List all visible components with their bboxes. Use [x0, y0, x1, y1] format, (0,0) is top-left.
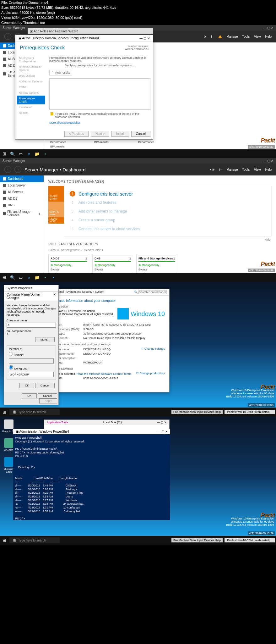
license-terms-link[interactable]: Read the Microsoft Software License Term… [77, 372, 131, 375]
nav-prereq-check[interactable]: Prerequisites Check [17, 96, 45, 104]
step-1[interactable]: 1Configure this local server [70, 189, 266, 198]
sidebar-item-dashboard[interactable]: Dashboard [0, 175, 44, 182]
start-icon[interactable]: ⊞ [1, 274, 8, 280]
wg-value: WORKGROUP [83, 361, 102, 364]
start-icon[interactable]: ⊞ [1, 151, 8, 157]
wizard-msg1: Prerequisites need to be validated befor… [49, 56, 150, 63]
taskbar-2[interactable]: ⊞ 🔍 ▭ e 📁 ▪ ▪ [0, 273, 276, 282]
step-5[interactable]: 5Connect this server to cloud services [70, 225, 266, 233]
search-cp-input[interactable] [138, 290, 167, 294]
adds-icon [3, 197, 6, 200]
wizard-window-controls[interactable]: — ▢ ✕ [139, 36, 150, 40]
vm-menubar[interactable]: File Machine View Input Devices Help [171, 538, 223, 542]
flag-icon[interactable]: 🏳 [211, 35, 214, 38]
card-dns[interactable]: DNS1 ⊕ Manageability EventsServices Perf… [92, 255, 133, 273]
timestamp-1: 4/21/2018 00:03:37 [248, 145, 275, 149]
step-3[interactable]: 3Add other servers to manage [70, 207, 266, 216]
whats-new-tab[interactable]: WHAT'S NEW [48, 202, 64, 217]
ok-button-2[interactable]: OK [22, 393, 37, 398]
processor-value: Intel(R) Core(TM) i7-6700 CPU @ 3.40GHz … [83, 323, 151, 326]
sysprops-title: System Properties [4, 285, 58, 291]
sidebar-item-dns[interactable]: DNS [0, 202, 44, 208]
search-icon[interactable]: 🔍 [9, 151, 16, 157]
nav-additional: Additional Options [17, 79, 45, 84]
win-edition-heading: Windows edition [49, 305, 165, 308]
taskview-icon[interactable]: ▭ [18, 151, 24, 157]
search-icon[interactable]: 🔍 [9, 274, 16, 280]
quick-start-tab[interactable]: QUICK START [48, 186, 64, 202]
step-4[interactable]: 4Create a server group [70, 216, 266, 225]
warning-icon[interactable] [218, 35, 222, 38]
cn-value: DESKTOP-6JUKREQ [83, 348, 111, 351]
nav-fwd-icon[interactable]: → [14, 166, 21, 173]
change-key-link[interactable]: 🛡 Change product key [136, 372, 165, 375]
explorer-icon[interactable]: 📁 [34, 274, 40, 280]
menu-manage[interactable]: Manage [226, 168, 238, 171]
sidebar-item-adds[interactable]: AD DS [0, 195, 44, 202]
hide-link[interactable]: Hide [48, 237, 272, 242]
menu-view[interactable]: View [254, 168, 261, 171]
ps-task-icon[interactable]: ▪ [50, 274, 57, 280]
ie-icon[interactable]: e [26, 274, 32, 280]
sm-task-icon[interactable]: ▪ [42, 274, 48, 280]
more-link[interactable]: More about prerequisites [49, 120, 150, 125]
cancel-button-2[interactable]: Cancel [38, 393, 57, 398]
taskbar-4[interactable]: ⊞ 🔘 Type here to search File Machine Vie… [0, 536, 276, 545]
vm-menubar[interactable]: File Machine View Input Devices Help [171, 410, 223, 414]
sidebar-item-local[interactable]: Local Server [0, 182, 44, 189]
window-controls[interactable]: — ▢ ✕ [263, 159, 273, 163]
nav-back-icon[interactable]: ← [4, 166, 11, 173]
menu-help[interactable]: Help [265, 168, 272, 171]
start-icon[interactable]: ⊞ [1, 537, 8, 543]
refresh-icon[interactable]: ⟳ [204, 35, 206, 38]
start-icon[interactable]: ⊞ [1, 409, 8, 415]
ps-terminal[interactable]: Windows PowerShell Copyright (C) Microso… [13, 434, 170, 523]
search-box[interactable]: 🔘 Type here to search [9, 537, 60, 543]
ok-button[interactable]: OK [19, 383, 34, 388]
fn-value: DESKTOP-6JUKREQ [83, 352, 111, 355]
sm-task-icon[interactable]: ▪ [42, 151, 48, 157]
cancel-button[interactable]: Cancel [131, 131, 150, 137]
nav-install: Installation [17, 104, 45, 110]
card-adds[interactable]: AD DS1 ⊕ Manageability EventsServices Pe… [48, 255, 89, 273]
vm-title: Pentest-win-10-32bit [fresh install] [225, 538, 275, 542]
ie-icon[interactable]: e [26, 151, 32, 157]
domain-radio[interactable] [9, 352, 13, 356]
nav-dns-options: DNS Options [17, 73, 45, 79]
menu-help[interactable]: Help [265, 35, 272, 38]
file-info-video: Video: h264, yuv420p, 1920x1080, 30.00 f… [0, 15, 276, 20]
taskbar-1[interactable]: ⊞ 🔍 ▭ e 📁 ▪ [0, 149, 276, 158]
wizard-msg2: Verifying prerequisites for domain contr… [49, 64, 150, 67]
powershell-window[interactable]: ▣ Administrator: Windows PowerShell — ▢ … [13, 429, 170, 520]
view-results-toggle[interactable]: ⌃ View results [49, 70, 72, 75]
systype-value: 32-bit Operating System, x86-based proce… [83, 332, 142, 335]
step-2[interactable]: 2Add roles and features [70, 198, 266, 207]
taskbar-3[interactable]: ⊞ 🔘 Type here to search File Machine Vie… [0, 408, 276, 416]
window-controls[interactable]: — ▢ ✕ [263, 26, 273, 30]
sidebar-item-all[interactable]: All Servers [0, 189, 44, 195]
explorer-addr[interactable]: Application Tools Local Disk (C:) — ▢ ✕ [44, 420, 169, 425]
learn-more-tab[interactable]: LEARN MORE [48, 217, 64, 224]
menu-manage[interactable]: Manage [226, 35, 238, 38]
ps-window-controls[interactable]: — ▢ ✕ [157, 430, 168, 433]
card-file[interactable]: File and Storage Services1 ⊕ Manageabili… [136, 255, 177, 273]
workgroup-radio[interactable] [9, 365, 13, 369]
sidebar-item-file[interactable]: File and Storage Services ▸ [0, 208, 44, 219]
menu-tools[interactable]: Tools [242, 35, 250, 38]
change-settings-link[interactable]: 🛡 Change settings [141, 347, 165, 350]
menu-view[interactable]: View [254, 35, 261, 38]
taskview-icon[interactable]: ▭ [18, 274, 24, 280]
domain-input[interactable] [9, 358, 54, 364]
menu-tools[interactable]: Tools [242, 168, 250, 171]
roles-subtitle: Roles: 3 | Server groups: 1 | Servers to… [48, 248, 272, 252]
explorer-icon[interactable]: 📁 [34, 151, 40, 157]
workgroup-input[interactable] [9, 372, 54, 377]
refresh-icon[interactable]: • ⟳ [210, 168, 214, 171]
search-box[interactable]: 🔘 Type here to search [9, 409, 60, 415]
flag-icon[interactable]: 🏳 [219, 168, 222, 171]
nav-back-icon[interactable]: ← [4, 33, 11, 40]
computer-name-input[interactable] [7, 323, 56, 328]
close-icon[interactable]: ✕ [53, 293, 56, 300]
cancel-button[interactable]: Cancel [35, 383, 55, 388]
more-button[interactable]: More... [35, 337, 55, 342]
